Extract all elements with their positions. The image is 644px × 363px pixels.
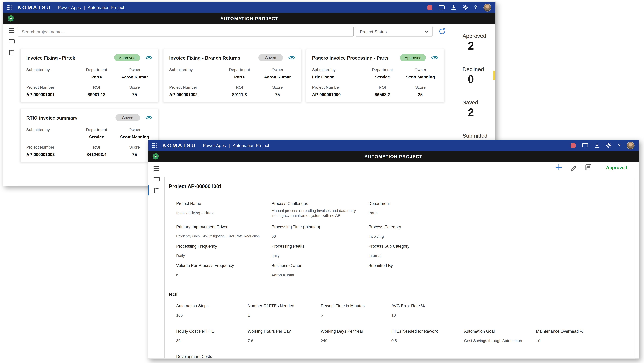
waffle-menu-icon[interactable] xyxy=(8,5,12,10)
form-field[interactable]: Project Name Invoice Fixing - Pirtek xyxy=(176,201,272,224)
settings-gear-icon[interactable] xyxy=(606,142,612,148)
view-details-eye-icon[interactable] xyxy=(288,56,295,60)
refresh-button[interactable] xyxy=(438,28,446,36)
form-field[interactable]: Processing Peaks daily xyxy=(272,244,368,263)
field-value: Efficiency Gain, Risk Mitigation, Error … xyxy=(176,234,272,239)
project-card[interactable]: RTIO invoice summary Saved Submitted by … xyxy=(20,109,158,162)
form-field[interactable]: FTEs Needed for Rework 0.5 xyxy=(391,329,464,348)
scroll-indicator xyxy=(493,71,495,80)
form-field[interactable]: Processing Frequency Daily xyxy=(176,244,272,263)
form-field[interactable]: Working Days Per Year 249 xyxy=(321,329,392,348)
breadcrumb: Power Apps | Automation Project xyxy=(58,5,124,10)
nav-gallery-button[interactable] xyxy=(148,174,164,185)
form-field[interactable]: AVG Error Rate % 10 xyxy=(391,304,464,323)
app-badge-icon[interactable] xyxy=(570,143,576,148)
form-field[interactable]: Process Sub Category Internal xyxy=(368,244,629,263)
form-field[interactable]: Automation Steps 100 xyxy=(176,304,248,323)
project-card[interactable]: Invoice Fixing - Pirtek Approved Submitt… xyxy=(20,49,158,102)
view-details-eye-icon[interactable] xyxy=(146,115,152,120)
breadcrumb-app[interactable]: Power Apps xyxy=(58,5,81,10)
desktop-canvas: KOMATSU Power Apps | Automation Project … xyxy=(0,0,644,363)
field-value: Parts xyxy=(219,75,260,80)
nav-gallery-button[interactable] xyxy=(3,36,19,47)
edit-button[interactable] xyxy=(570,164,577,171)
nav-hamburger-button[interactable] xyxy=(148,164,164,174)
field-label: Owner xyxy=(116,127,152,132)
project-status-dropdown-label: Project Status xyxy=(360,29,387,34)
form-field[interactable]: Submitted By xyxy=(368,263,629,282)
app-title: AUTOMATION PROJECT xyxy=(364,154,422,159)
stat-value: 0 xyxy=(468,74,495,85)
view-details-eye-icon[interactable] xyxy=(146,56,152,60)
breadcrumb-app[interactable]: Power Apps xyxy=(203,143,226,148)
project-card[interactable]: Invoice Fixing - Branch Returns Saved Su… xyxy=(163,49,302,102)
user-avatar[interactable] xyxy=(627,142,634,149)
field-label: Development Costs xyxy=(176,354,248,358)
field-value: 6 xyxy=(321,313,392,318)
nav-form-button[interactable] xyxy=(148,185,164,196)
stat-saved: Saved 2 xyxy=(462,100,495,133)
form-field[interactable]: Development Costs 0 xyxy=(176,354,248,358)
form-field[interactable]: Automation Goal Cost Savings through Aut… xyxy=(464,329,536,348)
project-card-title: Pagero Invoice Processing - Parts xyxy=(312,55,400,60)
monitor-icon[interactable] xyxy=(438,5,445,10)
waffle-menu-icon[interactable] xyxy=(152,143,158,148)
app-header-bar: AUTOMATION PROJECT xyxy=(3,13,495,24)
stat-label: Saved xyxy=(462,100,495,106)
field-label: Working Hours Per Day xyxy=(248,329,321,334)
form-field[interactable]: Maintenance Overhead % 10 xyxy=(536,329,629,348)
settings-gear-icon[interactable] xyxy=(462,4,468,10)
field-value: $9111.3 xyxy=(219,92,260,98)
form-field[interactable]: Working Hours Per Day 7.6 xyxy=(248,329,321,348)
field-value: 75 xyxy=(260,92,295,98)
clipboard-icon xyxy=(9,49,14,55)
nav-hamburger-button[interactable] xyxy=(3,26,19,36)
form-field[interactable]: Processing Time (minutes) 60 xyxy=(272,224,368,244)
field-label: ROI xyxy=(76,85,116,90)
field-label: Score xyxy=(402,85,438,90)
form-field[interactable]: Business Owner Aaron Kumar xyxy=(272,263,368,282)
refresh-icon xyxy=(438,28,446,35)
stat-value: 2 xyxy=(468,41,495,52)
form-field[interactable]: Volume Per Process Frequency 6 xyxy=(176,263,272,282)
form-field[interactable]: Process Challenges Manual process of rea… xyxy=(272,201,368,224)
field-label: Submitted By xyxy=(368,263,629,268)
office-titlebar: KOMATSU Power Apps | Automation Project … xyxy=(148,140,639,151)
field-value: Aaron Kumar xyxy=(116,75,152,80)
form-field[interactable]: Department Parts xyxy=(368,201,629,224)
help-icon[interactable]: ? xyxy=(474,4,477,10)
search-input[interactable] xyxy=(18,27,354,36)
field-value xyxy=(368,273,629,277)
field-label: Processing Time (minutes) xyxy=(272,224,368,229)
download-icon[interactable] xyxy=(594,143,600,148)
status-badge: Approved xyxy=(400,54,426,61)
field-label: Automation Steps xyxy=(176,304,248,308)
help-icon[interactable]: ? xyxy=(618,142,620,148)
field-label: Submitted by xyxy=(26,127,76,132)
stat-label: Submitted xyxy=(462,133,495,139)
field-value xyxy=(26,135,76,140)
project-status-dropdown[interactable]: Project Status xyxy=(356,27,433,36)
save-button[interactable] xyxy=(585,164,591,170)
user-avatar[interactable] xyxy=(484,4,491,11)
field-value: Aaron Kumar xyxy=(260,75,295,80)
field-value: 100 xyxy=(176,313,248,318)
field-label: Submitted by xyxy=(26,67,76,72)
field-label: Score xyxy=(260,85,295,90)
app-badge-icon[interactable] xyxy=(427,5,432,10)
field-label: Project Number xyxy=(26,145,76,150)
project-card[interactable]: Pagero Invoice Processing - Parts Approv… xyxy=(306,49,444,102)
field-label: Score xyxy=(116,145,152,150)
field-label: Department xyxy=(368,201,629,206)
form-field[interactable]: Process Category Invoicing xyxy=(368,224,629,244)
nav-form-button[interactable] xyxy=(3,47,19,58)
field-value: Cost Savings through Automation xyxy=(464,338,536,343)
view-details-eye-icon[interactable] xyxy=(431,56,438,60)
download-icon[interactable] xyxy=(451,5,456,10)
form-field[interactable]: Number Of FTEs Needed 1 xyxy=(248,304,321,323)
monitor-icon[interactable] xyxy=(582,143,588,148)
form-field[interactable]: Primary Improvement Driver Efficiency Ga… xyxy=(176,224,272,244)
new-record-button[interactable] xyxy=(555,164,562,171)
form-field[interactable]: Hourly Cost Per FTE 36 xyxy=(176,329,248,348)
form-field[interactable]: Rework Time in Minutes 6 xyxy=(321,304,392,323)
